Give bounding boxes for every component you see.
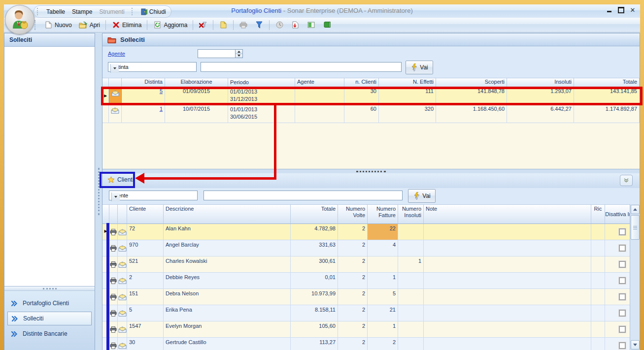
column-header-elaborazione[interactable]: Elaborazione	[165, 78, 228, 87]
toolbar-grip[interactable]	[34, 20, 37, 30]
scroll-up-icon[interactable]	[631, 205, 640, 214]
search-field-selector[interactable]: Distinta	[108, 62, 197, 72]
table-row[interactable]: 970Angel Barclay331,6324	[102, 240, 640, 256]
agente-link[interactable]: Agente	[108, 51, 125, 57]
column-header-scoperti[interactable]: Scoperti	[436, 78, 507, 87]
table-row[interactable]: 110/07/201501/01/2013 30/06/2015603201.1…	[102, 105, 640, 123]
table-row[interactable]: ▶ 72Alan Kahn4.782,98222	[102, 224, 640, 240]
open-envelope-cell[interactable]	[118, 256, 127, 272]
vertical-scrollbar[interactable]	[630, 204, 640, 350]
agente-spinner[interactable]	[198, 49, 243, 58]
cell-distinta[interactable]: 1	[122, 105, 165, 123]
table-row[interactable]: 30Gertrude Castillo113,2722	[102, 338, 640, 350]
clienti-group-label[interactable]: Clienti	[107, 176, 134, 183]
vertical-splitter[interactable]	[95, 33, 102, 350]
table-row[interactable]: 151Debra Nelson10.973,9925	[102, 289, 640, 305]
open-button[interactable]: Apri	[75, 19, 103, 31]
menu-stampe[interactable]: Stampe	[72, 8, 92, 15]
spinner-buttons[interactable]	[235, 50, 242, 58]
export-button[interactable]	[287, 19, 303, 31]
cliente-field-selector[interactable]: Cliente	[109, 191, 198, 200]
collapse-section-button[interactable]	[620, 175, 633, 186]
column-header[interactable]	[109, 78, 122, 87]
sidebar-splitter[interactable]	[4, 286, 95, 291]
column-header-descrizione[interactable]: Descrizione	[164, 205, 291, 223]
printer-cell[interactable]	[109, 240, 118, 256]
table-row[interactable]: ▶ 501/09/201501/01/2013 31/12/2013301111…	[102, 88, 640, 105]
column-header[interactable]	[109, 205, 118, 223]
distinta-link[interactable]: 1	[160, 106, 163, 112]
table-row[interactable]: 5Erika Pena8.158,11221	[102, 305, 640, 321]
printer-cell[interactable]	[109, 273, 118, 288]
table-row[interactable]: 521Charles Kowalski300,6121	[102, 256, 640, 273]
column-header-distinta[interactable]: Distinta	[122, 78, 165, 87]
go-button[interactable]: Vai	[406, 61, 433, 74]
sidebar-item-portafoglio-clienti[interactable]: Portafoglio Clienti	[7, 297, 92, 310]
open-envelope-cell[interactable]	[118, 273, 127, 288]
column-header-n-effetti[interactable]: N. Effetti	[379, 78, 436, 87]
printer-cell[interactable]	[109, 338, 118, 350]
close-window-button[interactable]: ✕	[629, 6, 636, 13]
open-envelope-cell[interactable]	[109, 88, 122, 105]
printer-cell[interactable]	[109, 289, 118, 305]
disattiva-invio-checkbox[interactable]	[619, 277, 626, 284]
column-header-ric[interactable]: Ric	[591, 205, 605, 223]
sidebar-item-distinte-bancarie[interactable]: Distinte Bancarie	[7, 327, 92, 340]
column-header-n-clienti[interactable]: n. Clienti	[344, 78, 379, 87]
column-header-cliente[interactable]: Cliente	[127, 205, 164, 223]
column-header-periodo[interactable]: Periodo	[228, 78, 295, 87]
disattiva-invio-checkbox[interactable]	[619, 245, 626, 252]
cliente-go-button[interactable]: Vai	[408, 189, 436, 203]
column-header-numero-fatture[interactable]: Numero Fatture	[368, 205, 398, 223]
minimize-button[interactable]	[606, 6, 612, 13]
column-header-totale[interactable]: Totale	[574, 78, 640, 87]
user-avatar-icon[interactable]	[5, 5, 34, 34]
column-header-numero-volte[interactable]: Numero Volte	[338, 205, 368, 223]
cliente-search-input[interactable]	[203, 191, 403, 200]
open-envelope-cell[interactable]	[118, 305, 127, 321]
disattiva-invio-checkbox[interactable]	[619, 310, 626, 317]
column-header-insoluti[interactable]: Insoluti	[507, 78, 574, 87]
delete-button[interactable]: Elimina	[108, 19, 145, 31]
spinner-up-icon[interactable]	[236, 50, 242, 54]
menu-tabelle[interactable]: Tabelle	[46, 8, 65, 15]
printer-cell[interactable]	[109, 256, 118, 272]
layout-button[interactable]	[303, 19, 319, 31]
filter-button[interactable]	[251, 19, 267, 31]
distinta-link[interactable]: 5	[160, 88, 163, 94]
column-header[interactable]	[118, 205, 127, 223]
search-input[interactable]	[201, 62, 402, 72]
open-envelope-cell[interactable]	[118, 289, 127, 305]
menu-grip[interactable]	[37, 8, 39, 15]
column-header-agente[interactable]: Agente	[295, 78, 344, 87]
chevron-down-icon[interactable]	[110, 64, 119, 73]
sidebar-item-solleciti[interactable]: Solleciti	[7, 312, 92, 325]
disattiva-invio-checkbox[interactable]	[619, 342, 626, 349]
menu-chiudi[interactable]: Chiudi	[141, 8, 166, 15]
disattiva-invio-checkbox[interactable]	[619, 326, 626, 333]
scrollbar-thumb[interactable]	[631, 215, 640, 240]
open-envelope-cell[interactable]	[118, 224, 127, 240]
menu-grip-2[interactable]	[132, 8, 134, 15]
archive-button[interactable]	[319, 19, 335, 31]
printer-cell[interactable]	[109, 305, 118, 321]
refresh-button[interactable]: Aggiorna	[149, 19, 191, 31]
cell-distinta[interactable]: 5	[122, 88, 165, 105]
spinner-down-icon[interactable]	[236, 54, 242, 58]
column-header-numero-insoluti[interactable]: Numero Insoluti	[398, 205, 424, 223]
open-envelope-cell[interactable]	[109, 105, 122, 123]
chevron-down-icon[interactable]	[111, 192, 120, 201]
table-row[interactable]: 1547Evelyn Morgan105,6021	[102, 321, 640, 338]
column-header-totale[interactable]: Totale	[291, 205, 338, 223]
disattiva-invio-checkbox[interactable]	[619, 228, 626, 235]
column-header[interactable]	[102, 78, 109, 87]
printer-cell[interactable]	[109, 321, 118, 337]
new-button[interactable]: Nuovo	[40, 19, 75, 31]
table-row[interactable]: 2Debbie Reyes0,0121	[102, 273, 640, 289]
printer-cell[interactable]	[109, 224, 118, 240]
open-envelope-cell[interactable]	[118, 338, 127, 350]
column-header[interactable]	[102, 205, 109, 223]
scroll-down-icon[interactable]	[631, 340, 640, 350]
column-header-note[interactable]: Note	[424, 205, 591, 223]
maximize-button[interactable]	[617, 6, 624, 13]
